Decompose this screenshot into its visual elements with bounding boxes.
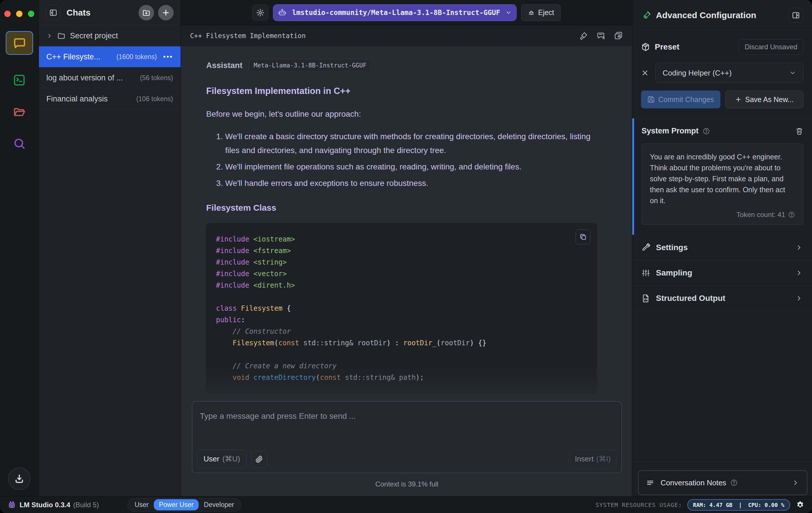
- folder-name: Secret project: [70, 31, 118, 40]
- help-icon: [730, 479, 738, 486]
- chat-list-item[interactable]: Financial analysis (106 tokens): [39, 88, 180, 109]
- nav-chat-selected[interactable]: [6, 31, 33, 55]
- terminal-icon: [13, 74, 26, 86]
- system-prompt-section: System Prompt You are an incredibly good…: [632, 118, 812, 235]
- section-label: Structured Output: [656, 294, 725, 303]
- help-icon[interactable]: [788, 211, 795, 218]
- chevron-down-icon: [789, 70, 796, 76]
- mode-developer[interactable]: Developer: [199, 499, 239, 510]
- token-count-label: Token count: 41: [736, 211, 785, 219]
- chat-list-item[interactable]: C++ Filesyste... (1600 tokens) •••: [39, 46, 180, 68]
- chats-panel-title: Chats: [66, 8, 90, 18]
- downloads-button[interactable]: [8, 467, 31, 490]
- collapse-panel-button[interactable]: [788, 8, 803, 23]
- nav-my-models[interactable]: [13, 106, 26, 118]
- file-code-icon: [641, 294, 650, 303]
- commit-changes-button[interactable]: Commit Changes: [641, 90, 720, 108]
- section-sampling[interactable]: Sampling: [632, 260, 812, 286]
- duplicate-chat-icon[interactable]: [614, 31, 623, 40]
- user-mode-segmented-control: User Power User Developer: [127, 498, 241, 512]
- model-toolbar: lmstudio-community/Meta-Llama-3.1-8B-Ins…: [181, 0, 632, 25]
- loaded-model-name: lmstudio-community/Meta-Llama-3.1-8B-Ins…: [292, 9, 500, 17]
- test-tube-icon: [642, 11, 651, 20]
- discard-unsaved-button[interactable]: Discard Unsaved: [738, 39, 803, 55]
- insert-message-button[interactable]: Insert (⌘I): [569, 450, 617, 468]
- attach-file-button[interactable]: [251, 451, 267, 467]
- section-structured-output[interactable]: Structured Output: [632, 286, 812, 311]
- clear-preset-button[interactable]: [641, 69, 649, 77]
- paperclip-icon: [255, 455, 263, 463]
- section-settings[interactable]: Settings: [632, 235, 812, 260]
- panel-header: Advanced Configuration: [632, 0, 812, 31]
- panel-left-icon: [49, 9, 57, 17]
- conversation-notes-button[interactable]: Conversation Notes: [638, 470, 807, 495]
- notes-area: Conversation Notes: [632, 461, 812, 496]
- new-chat-button[interactable]: [158, 5, 174, 21]
- panel-title: Advanced Configuration: [656, 10, 756, 20]
- help-icon[interactable]: [703, 127, 710, 135]
- panel-right-icon: [792, 11, 800, 19]
- new-folder-button[interactable]: [139, 5, 154, 21]
- clean-formatting-icon[interactable]: [579, 31, 588, 40]
- clear-conversation-icon[interactable]: [596, 31, 606, 40]
- chat-token-count: (56 tokens): [140, 74, 173, 82]
- folder-plus-icon: [142, 9, 150, 17]
- chevron-down-icon: [505, 9, 512, 16]
- message-input[interactable]: Type a message and press Enter to send .…: [192, 401, 622, 473]
- system-prompt-editor[interactable]: You are an incredibly good C++ engineer.…: [641, 143, 803, 225]
- notes-lines-icon: [646, 479, 654, 487]
- assistant-model-badge: Meta-Llama-3.1-8B-Instruct-GGUF: [249, 59, 372, 72]
- status-bar: LM Studio 0.3.4 (Build 5) User Power Use…: [0, 496, 812, 513]
- nav-discover[interactable]: [13, 137, 26, 150]
- plus-icon: [162, 8, 170, 17]
- mode-power-user[interactable]: Power User: [154, 499, 199, 510]
- conversation-title: C++ Filesystem Implementation: [190, 32, 306, 39]
- chevron-right-icon: [46, 32, 53, 39]
- resources-usage-label: SYSTEM RESOURCES USAGE:: [596, 502, 682, 508]
- system-prompt-text: You are an incredibly good C++ engineer.…: [650, 151, 795, 206]
- chat-token-count: (1600 tokens): [116, 53, 157, 61]
- chat-menu-button[interactable]: •••: [163, 53, 173, 60]
- app-build: (Build 5): [73, 501, 99, 509]
- context-usage-status: Context is 39.1% full: [192, 480, 622, 488]
- save-icon: [647, 96, 655, 103]
- nav-developer[interactable]: [13, 74, 26, 86]
- chats-header: Chats: [39, 0, 180, 25]
- chevron-right-icon: [795, 269, 803, 277]
- preset-dropdown[interactable]: Coding Helper (C++): [655, 63, 803, 83]
- folder-open-icon: [13, 106, 26, 118]
- minimize-window-button[interactable]: [16, 11, 23, 17]
- copy-code-button[interactable]: [576, 230, 590, 244]
- lmstudio-logo-icon: [7, 501, 16, 509]
- composer-area: Type a message and press Enter to send .…: [181, 401, 632, 496]
- robot-icon: [278, 8, 287, 17]
- left-rail: [0, 0, 39, 496]
- resources-usage-pill[interactable]: RAM: 4.47 GB | CPU: 0.00 %: [687, 499, 790, 511]
- commit-changes-label: Commit Changes: [658, 96, 714, 104]
- collapse-sidebar-button[interactable]: [46, 5, 61, 20]
- sliders-icon: [641, 269, 650, 277]
- role-selector-button[interactable]: User (⌘U): [197, 450, 247, 468]
- loaded-model-selector[interactable]: lmstudio-community/Meta-Llama-3.1-8B-Ins…: [273, 4, 517, 21]
- conversation-notes-label: Conversation Notes: [661, 479, 726, 487]
- chat-list-item[interactable]: log about version of ... (56 tokens): [39, 68, 180, 88]
- app-version: LM Studio 0.3.4: [20, 501, 70, 509]
- message-numbered-list: We'll create a basic directory structure…: [206, 130, 601, 190]
- chat-bubble-icon: [12, 36, 26, 50]
- model-settings-button[interactable]: [252, 5, 268, 21]
- folder-icon: [57, 32, 65, 40]
- save-as-new-button[interactable]: Save As New...: [725, 90, 803, 108]
- mode-user[interactable]: User: [129, 499, 154, 510]
- gear-icon: [256, 8, 265, 17]
- close-window-button[interactable]: [4, 11, 11, 17]
- folder-row-secret-project[interactable]: Secret project: [39, 25, 180, 46]
- eject-model-button[interactable]: Eject: [521, 4, 561, 21]
- chat-title: log about version of ...: [46, 74, 123, 82]
- list-item: We'll create a basic directory structure…: [225, 130, 601, 157]
- settings-gear-icon[interactable]: [796, 501, 805, 509]
- assistant-role-label: Assistant: [206, 61, 242, 70]
- trash-icon[interactable]: [795, 127, 803, 135]
- wrench-icon: [641, 243, 650, 252]
- section-label: Sampling: [656, 268, 692, 277]
- zoom-window-button[interactable]: [28, 11, 34, 17]
